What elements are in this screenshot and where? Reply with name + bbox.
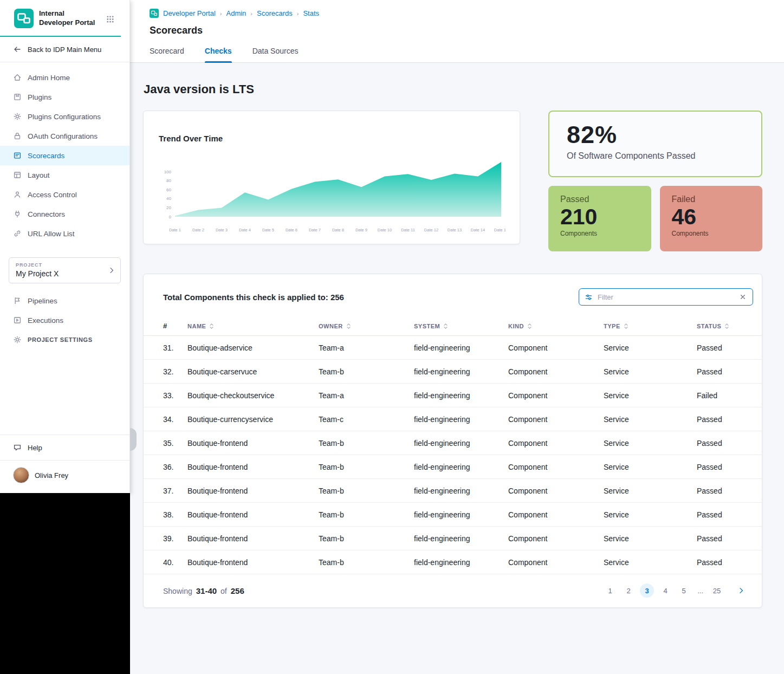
column-header-owner[interactable]: OWNER bbox=[319, 323, 414, 329]
sidebar-item-layout[interactable]: Layout bbox=[0, 165, 129, 185]
tabs: ScorecardChecksData Sources bbox=[150, 47, 762, 62]
sort-icon bbox=[443, 323, 448, 329]
page-button-25[interactable]: 25 bbox=[710, 584, 724, 598]
tab-checks[interactable]: Checks bbox=[205, 47, 232, 62]
page-button-2[interactable]: 2 bbox=[621, 584, 636, 598]
table-row[interactable]: 31.Boutique-adserviceTeam-afield-enginee… bbox=[144, 336, 762, 360]
user-menu[interactable]: Olivia Frey bbox=[0, 460, 129, 493]
breadcrumb-separator: › bbox=[250, 10, 252, 17]
cell-status: Passed bbox=[697, 439, 747, 448]
table-row[interactable]: 40.Boutique-frontendTeam-bfield-engineer… bbox=[144, 550, 762, 574]
close-icon[interactable] bbox=[738, 293, 747, 301]
sidebar-item-label: Pipelines bbox=[28, 297, 57, 305]
table-row[interactable]: 35.Boutique-frontendTeam-bfield-engineer… bbox=[144, 431, 762, 455]
help-icon bbox=[13, 443, 22, 452]
row-index: 39. bbox=[163, 534, 187, 543]
pagination-pages: 12345...25 bbox=[603, 584, 724, 598]
column-header-kind[interactable]: KIND bbox=[508, 323, 604, 329]
oauth-icon bbox=[13, 132, 22, 140]
cell-type: Service bbox=[604, 510, 697, 519]
page-button-3[interactable]: 3 bbox=[640, 584, 654, 598]
column-header-type[interactable]: TYPE bbox=[604, 323, 697, 329]
svg-text:Date 9: Date 9 bbox=[355, 228, 367, 232]
cell-owner: Team-b bbox=[319, 367, 414, 376]
cell-name: Boutique-frontend bbox=[187, 558, 319, 567]
pagination: Showing 31-40 of 256 12345...25 bbox=[144, 574, 762, 603]
cell-owner: Team-b bbox=[319, 463, 414, 471]
cell-name: Boutique-frontend bbox=[187, 487, 319, 495]
row-index: 40. bbox=[163, 558, 187, 567]
passed-label: Passed bbox=[560, 195, 639, 204]
sidebar-item-executions[interactable]: Executions bbox=[0, 310, 129, 330]
svg-text:0: 0 bbox=[169, 215, 172, 219]
table-header: #NAMEOWNERSYSTEMKINDTYPESTATUS bbox=[144, 316, 762, 336]
failed-label: Failed bbox=[672, 195, 751, 204]
sidebar-project-nav: PipelinesExecutionsPROJECT SETTINGS bbox=[0, 290, 129, 349]
cell-kind: Component bbox=[508, 463, 604, 471]
app-grid-icon[interactable] bbox=[106, 14, 114, 23]
settings-icon bbox=[13, 335, 22, 344]
sidebar-item-project-settings[interactable]: PROJECT SETTINGS bbox=[0, 330, 129, 349]
sidebar-item-plugins[interactable]: Plugins bbox=[0, 87, 129, 107]
sidebar-item-oauth-configurations[interactable]: OAuth Configurations bbox=[0, 126, 129, 146]
cell-type: Service bbox=[604, 439, 697, 448]
table-row[interactable]: 32.Boutique-carservuceTeam-bfield-engine… bbox=[144, 360, 762, 384]
sidebar-item-label: Scorecards bbox=[28, 152, 64, 160]
project-name: My Project X bbox=[16, 269, 114, 278]
table-row[interactable]: 38.Boutique-frontendTeam-bfield-engineer… bbox=[144, 503, 762, 527]
svg-text:Date 3: Date 3 bbox=[216, 228, 228, 232]
breadcrumb-link-developer-portal[interactable]: Developer Portal bbox=[163, 9, 216, 17]
project-selector[interactable]: PROJECT My Project X bbox=[9, 257, 121, 283]
page-button-1[interactable]: 1 bbox=[603, 584, 617, 598]
breadcrumb-link-stats: Stats bbox=[303, 9, 319, 17]
table-row[interactable]: 34.Boutique-currencyserviceTeam-cfield-e… bbox=[144, 407, 762, 431]
content: Java version is LTS Trend Over Time 0204… bbox=[130, 63, 784, 674]
next-page-button[interactable] bbox=[737, 586, 746, 595]
sidebar-item-plugins-configurations[interactable]: Plugins Configurations bbox=[0, 107, 129, 126]
breadcrumb-link-admin[interactable]: Admin bbox=[226, 9, 247, 17]
sort-icon bbox=[346, 323, 351, 329]
cell-name: Boutique-frontend bbox=[187, 510, 319, 519]
row-index: 38. bbox=[163, 510, 187, 519]
filter-input[interactable] bbox=[598, 293, 734, 301]
table-body: 31.Boutique-adserviceTeam-afield-enginee… bbox=[144, 336, 762, 574]
cell-type: Service bbox=[604, 558, 697, 567]
breadcrumb-link-scorecards[interactable]: Scorecards bbox=[257, 9, 293, 17]
svg-text:80: 80 bbox=[166, 178, 171, 183]
sidebar-item-connectors[interactable]: Connectors bbox=[0, 204, 129, 224]
column-header-name[interactable]: NAME bbox=[187, 323, 319, 329]
filter-icon[interactable] bbox=[585, 293, 593, 301]
breadcrumb-logo-icon bbox=[150, 9, 159, 18]
cell-system: field-engineering bbox=[414, 558, 508, 567]
chevron-right-icon bbox=[107, 266, 116, 275]
percent-caption: Of Software Components Passed bbox=[567, 151, 744, 161]
brand-title: Internal Developer Portal bbox=[39, 9, 101, 28]
trend-chart: 020406080100Date 1Date 2Date 3Date 4Date… bbox=[159, 154, 506, 234]
row-index: 32. bbox=[163, 367, 187, 376]
help-button[interactable]: Help bbox=[0, 435, 129, 460]
sidebar-item-access-control[interactable]: Access Control bbox=[0, 185, 129, 204]
passed-failed-row: Passed 210 Components Failed 46 Componen… bbox=[548, 186, 762, 251]
cell-name: Boutique-currencyservice bbox=[187, 415, 319, 424]
page-button-5[interactable]: 5 bbox=[677, 584, 691, 598]
svg-text:Date 2: Date 2 bbox=[192, 228, 204, 232]
tab-data-sources[interactable]: Data Sources bbox=[252, 47, 299, 62]
passed-caption: Components bbox=[560, 230, 639, 237]
access-control-icon bbox=[13, 190, 22, 199]
sidebar-item-admin-home[interactable]: Admin Home bbox=[0, 68, 129, 87]
svg-text:Date 6: Date 6 bbox=[286, 228, 297, 232]
table-row[interactable]: 33.Boutique-checkoutserviceTeam-afield-e… bbox=[144, 384, 762, 407]
table-row[interactable]: 36.Boutique-frontendTeam-bfield-engineer… bbox=[144, 455, 762, 479]
sidebar-item-url-allow-list[interactable]: URL Allow List bbox=[0, 224, 129, 243]
tab-scorecard[interactable]: Scorecard bbox=[150, 47, 184, 62]
cell-name: Boutique-checkoutservice bbox=[187, 391, 319, 400]
page-button-4[interactable]: 4 bbox=[658, 584, 672, 598]
sidebar-collapse-handle[interactable] bbox=[130, 428, 137, 451]
sidebar-item-pipelines[interactable]: Pipelines bbox=[0, 291, 129, 310]
table-row[interactable]: 37.Boutique-frontendTeam-bfield-engineer… bbox=[144, 479, 762, 503]
column-header-system[interactable]: SYSTEM bbox=[414, 323, 508, 329]
sidebar-item-scorecards[interactable]: Scorecards bbox=[0, 146, 129, 165]
column-header-status[interactable]: STATUS bbox=[697, 323, 747, 329]
table-row[interactable]: 39.Boutique-frontendTeam-bfield-engineer… bbox=[144, 527, 762, 550]
back-to-idp-main-menu-link[interactable]: Back to IDP Main Menu bbox=[0, 37, 129, 62]
